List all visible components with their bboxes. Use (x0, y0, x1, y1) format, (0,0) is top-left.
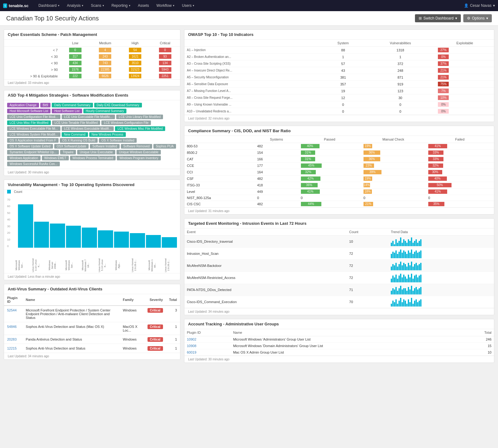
asd-tag[interactable]: Unique Windows Executable (117, 150, 161, 154)
patch-critical[interactable]: 0 (150, 47, 180, 54)
nav-users[interactable]: Users ▾ (178, 0, 198, 11)
asd-tag[interactable]: Tripwire (60, 150, 76, 154)
chart-bar[interactable] (162, 237, 177, 248)
nav-assets[interactable]: Assets (134, 0, 153, 11)
nav-analysis[interactable]: Analysis ▾ (63, 0, 87, 11)
account-col-total: Total (464, 329, 494, 336)
av-plugin-id[interactable]: 20283 (4, 335, 23, 344)
nav-dashboard[interactable]: Dashboard ▾ (35, 0, 63, 11)
asd-tag[interactable]: New Windows Process (89, 132, 126, 137)
patch-low[interactable]: 434 (60, 60, 90, 66)
table-row: > 90 1576 22385 31523 5943 (4, 66, 180, 73)
asd-tag[interactable]: Unique Unix Executable (77, 150, 115, 154)
patch-medium[interactable]: 22385 (90, 66, 120, 73)
asd-tag[interactable]: LCE Windows Executable Modifi... (62, 126, 114, 131)
asd-tag[interactable]: LCE Unix Misc File Modified (7, 120, 51, 125)
trend-bar (417, 289, 418, 294)
patch-high[interactable]: 13924 (120, 73, 150, 79)
chart-bar[interactable] (82, 228, 97, 248)
chart-bar[interactable] (130, 233, 145, 248)
chart-bar[interactable] (114, 232, 129, 248)
patch-panel: Cyber Essentials Scheme - Patch Manageme… (4, 29, 180, 86)
trend-bar (411, 237, 412, 246)
av-col-name: Name (23, 294, 120, 306)
asd-tag[interactable]: Host Microsoft Software List (7, 109, 51, 113)
patch-high[interactable]: 3510 (120, 60, 150, 66)
owasp-exploit: 7% (435, 88, 494, 94)
patch-low[interactable]: 222 (60, 73, 90, 79)
asd-tag[interactable]: Windows EMET (42, 156, 69, 160)
patch-high[interactable]: 54 (120, 47, 150, 54)
patch-medium[interactable]: 6626 (90, 73, 120, 79)
chart-bar[interactable] (98, 230, 113, 248)
asd-tag[interactable]: LCE Windows System File Modifi... (7, 132, 60, 137)
patch-low[interactable]: 0 (60, 47, 90, 54)
asd-tag[interactable]: LCE Windows Configuration File (101, 120, 151, 125)
asd-tag[interactable]: Hourly Command Summary (83, 109, 126, 113)
comp-label: CSF (184, 176, 255, 182)
asd-tag[interactable]: Symantec Endpoint Whitelist Up... (7, 150, 59, 154)
asd-tag[interactable]: New Command (62, 132, 88, 137)
asd-tag[interactable]: Windows Process Terminated (70, 156, 116, 160)
chart-bar[interactable] (34, 222, 49, 248)
asd-tag[interactable]: OSX SoftwareUpdate (54, 144, 89, 149)
patch-low[interactable]: 1576 (60, 66, 90, 73)
av-plugin-id[interactable]: 52544 (4, 306, 23, 322)
brand-name: tenable.sc (9, 3, 29, 8)
patch-critical[interactable]: 2251 (150, 73, 180, 79)
asd-tag[interactable]: LCE Unix Configuration File Modi... (7, 115, 60, 119)
asd-tag[interactable]: OS X Software Installed (99, 138, 137, 143)
nav-reporting[interactable]: Reporting ▾ (108, 0, 134, 11)
x-axis-label: Microsoft Windows 7 Ult... (81, 258, 97, 273)
patch-medium[interactable]: 4 (90, 47, 120, 54)
switch-dashboard-button[interactable]: ⊞ Switch Dashboard ▾ (415, 14, 461, 22)
patch-critical[interactable]: 93 (150, 53, 180, 60)
asd-tag[interactable]: Software Removed (121, 144, 152, 149)
asd-tag[interactable]: Windows Successful RunAs Con... (7, 162, 60, 166)
patch-high[interactable]: 31523 (120, 66, 150, 73)
asd-tag[interactable]: LCE Windows Misc File Modified (115, 126, 165, 131)
x-axis-label: Linux Kernel 5.13 Linux K... (98, 258, 114, 273)
av-plugin-id[interactable]: 12215 (4, 344, 23, 353)
asd-tag[interactable]: Application Change (7, 103, 39, 107)
asd-tag[interactable]: Host Software List (52, 109, 82, 113)
account-plugin-id[interactable]: 10902 (184, 336, 231, 343)
asd-tag[interactable]: Sophos PUA (153, 144, 176, 149)
patch-high[interactable]: 1621 (120, 53, 150, 60)
patch-medium[interactable]: 743 (90, 60, 120, 66)
chart-bar[interactable] (50, 224, 65, 248)
intrusion-count: 70 (347, 296, 388, 308)
nav-workflow[interactable]: Workflow ▾ (153, 0, 178, 11)
asd-tag[interactable]: Daily Command Summary (52, 103, 93, 107)
trend-bar (417, 243, 418, 246)
asd-tag[interactable]: LCE Unix Executable File Modific... (62, 115, 115, 119)
asd-tag[interactable]: OS X Application Installed From F (7, 138, 59, 143)
patch-critical[interactable]: 5943 (150, 66, 180, 73)
asd-tag[interactable]: Bit9 (40, 103, 51, 107)
options-button[interactable]: ⚙ Options ▾ (463, 14, 492, 22)
nav-scans[interactable]: Scans ▾ (87, 0, 108, 11)
asd-tag[interactable]: Windows Program Inventory (117, 156, 161, 160)
account-plugin-id[interactable]: 60019 (184, 349, 231, 356)
asd-tag[interactable]: OS X Software Update Exited (7, 144, 53, 149)
account-plugin-id[interactable]: 10908 (184, 343, 231, 349)
asd-tag[interactable]: Software Installed (90, 144, 120, 149)
account-table: Plugin ID Name Total 10902 Microsoft Win… (184, 329, 494, 356)
intrusion-col-count: Count (347, 228, 388, 236)
trend-bar (391, 304, 392, 307)
asd-tag[interactable]: Windows Application (7, 156, 41, 160)
chart-bar[interactable] (66, 226, 81, 248)
chart-bar[interactable] (146, 235, 161, 248)
asd-tag[interactable]: OS X Running OS Build (60, 138, 98, 143)
av-plugin-id[interactable]: 54846 (4, 322, 23, 335)
patch-medium[interactable]: 243 (90, 53, 120, 60)
patch-low[interactable]: 317 (60, 53, 90, 60)
trend-bar (402, 289, 403, 294)
chart-bar[interactable] (18, 204, 33, 248)
patch-critical[interactable]: 134 (150, 60, 180, 66)
asd-tag[interactable]: LCE Unix Tenable File Modified (52, 120, 100, 125)
asd-tag[interactable]: LCE Unix Library File Modified (116, 115, 163, 119)
asd-tag[interactable]: LCE Windows Executable File Mi... (7, 126, 60, 131)
owasp-system: 43 (321, 67, 365, 74)
asd-tag[interactable]: Daily EXE Download Summary (94, 103, 142, 107)
